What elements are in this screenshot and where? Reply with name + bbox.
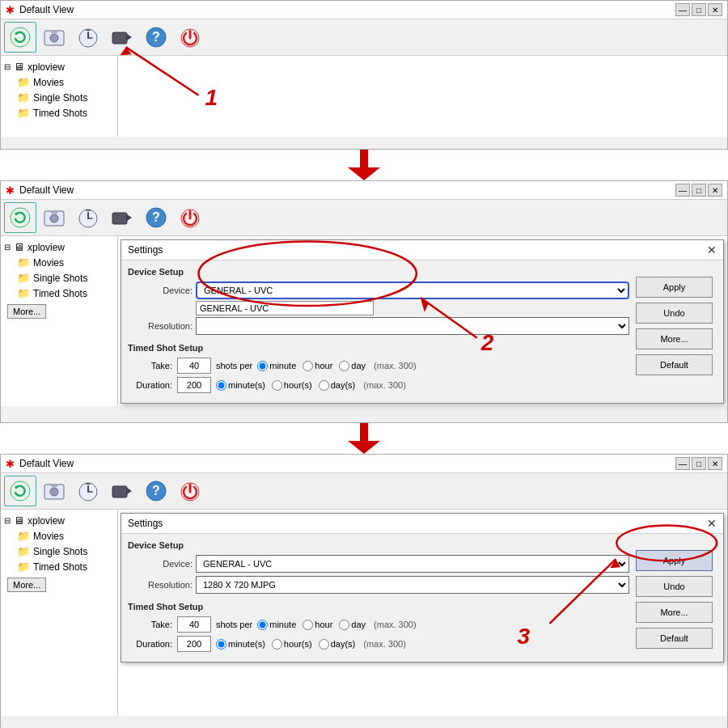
radio-day-2[interactable]: day (339, 361, 366, 371)
minimize-btn-3[interactable]: — (675, 457, 690, 470)
svg-marker-40 (348, 441, 380, 454)
svg-rect-9 (112, 32, 127, 44)
close-btn-2[interactable]: ✕ (708, 184, 722, 197)
settings-dialog-2: Settings ✕ Device Setup Device: GENERAL … (121, 239, 724, 404)
apply-btn-2[interactable]: Apply (636, 277, 713, 298)
root-label-2[interactable]: xploview (28, 242, 65, 253)
more-btn-3[interactable]: More... (7, 578, 46, 592)
toolbar-clock-3[interactable] (72, 476, 104, 506)
maximize-btn-1[interactable]: □ (692, 3, 706, 16)
radio-hours-3[interactable]: hour(s) (272, 639, 312, 650)
toolbar-refresh-3[interactable] (4, 476, 36, 506)
svg-rect-28 (86, 210, 91, 211)
undo-btn-2[interactable]: Undo (636, 303, 713, 324)
tree-root-1: ⊟ 🖥 xploview (1, 59, 117, 74)
undo-btn-3[interactable]: Undo (636, 576, 713, 597)
toolbar-help-1[interactable]: ? (140, 22, 172, 53)
duration-input-3[interactable] (177, 636, 211, 652)
resolution-select-3[interactable]: 1280 X 720 MJPG (196, 576, 629, 594)
take-input-3[interactable] (177, 616, 211, 633)
toolbar-help-2[interactable]: ? (140, 202, 172, 233)
radio-days-2[interactable]: day(s) (319, 380, 356, 391)
radio-minute-2[interactable]: minute (257, 361, 296, 371)
resolution-row-3: Resolution: 1280 X 720 MJPG (128, 576, 629, 594)
sidebar-3: ⊟ 🖥 xploview 📁 Movies 📁 Single Shots 📁 T… (1, 510, 118, 716)
between-arrow-1 (0, 150, 728, 180)
apply-btn-3[interactable]: Apply (636, 550, 713, 571)
radio-hour-3[interactable]: hour (303, 620, 332, 630)
close-btn-3[interactable]: ✕ (708, 457, 722, 470)
radio-days-3[interactable]: day(s) (319, 639, 356, 650)
svg-marker-51 (127, 488, 132, 494)
folder-icon-movies-2: 📁 (17, 256, 30, 269)
max-label-take-3: (max. 300) (374, 620, 417, 629)
default-btn-3[interactable]: Default (636, 628, 713, 649)
tree-item-timed-1[interactable]: 📁 Timed Shots (1, 105, 117, 121)
svg-marker-19 (348, 167, 380, 180)
expand-icon-1: ⊟ (4, 62, 11, 71)
root-label-3[interactable]: xploview (28, 515, 65, 527)
maximize-btn-2[interactable]: □ (692, 184, 706, 197)
tree-item-single-2[interactable]: 📁 Single Shots (1, 270, 117, 286)
folder-icon-movies-3: 📁 (17, 530, 30, 542)
toolbar-clock-1[interactable] (72, 22, 104, 53)
computer-icon-3: 🖥 (14, 514, 24, 527)
app-icon-3: ✱ (6, 458, 15, 470)
toolbar-power-3[interactable] (174, 476, 206, 506)
radio-minutes-2[interactable]: minute(s) (216, 380, 265, 391)
down-arrow-svg-2 (344, 423, 384, 454)
maximize-btn-3[interactable]: □ (692, 457, 706, 470)
more-settings-btn-3[interactable]: More... (636, 602, 713, 623)
toolbar-refresh-2[interactable] (4, 202, 36, 233)
toolbar-video-1[interactable] (106, 22, 138, 53)
duration-input-2[interactable] (177, 377, 211, 393)
radio-hours-2[interactable]: hour(s) (272, 380, 312, 391)
duration-label-2: Duration: (128, 380, 172, 390)
tree-item-movies-1[interactable]: 📁 Movies (1, 74, 117, 90)
toolbar-refresh-1[interactable] (4, 22, 36, 53)
toolbar-power-1[interactable] (174, 22, 206, 53)
dialog-close-3[interactable]: ✕ (707, 517, 717, 530)
toolbar-clock-2[interactable] (72, 202, 104, 233)
tree-item-timed-3[interactable]: 📁 Timed Shots (1, 559, 117, 574)
dialog-body-3: Device Setup Device: GENERAL - UVC Resol… (121, 534, 723, 662)
svg-marker-30 (127, 214, 132, 221)
radio-hour-2[interactable]: hour (303, 361, 332, 371)
tree-item-timed-2[interactable]: 📁 Timed Shots (1, 286, 117, 301)
more-btn-2[interactable]: More... (7, 304, 46, 319)
svg-text:?: ? (152, 484, 160, 497)
take-input-2[interactable] (177, 358, 211, 374)
toolbar-photo-2[interactable] (38, 202, 70, 233)
timed-section-2: Timed Shot Setup Take: shots per minute (128, 343, 629, 393)
svg-text:?: ? (152, 30, 160, 44)
toolbar-power-2[interactable] (174, 202, 206, 233)
toolbar-video-3[interactable] (106, 476, 138, 506)
radio-minute-3[interactable]: minute (257, 620, 296, 630)
radio-minutes-3[interactable]: minute(s) (216, 639, 265, 650)
radio-day-3[interactable]: day (339, 620, 366, 630)
default-btn-2[interactable]: Default (636, 354, 713, 375)
resolution-label-2: Resolution: (128, 321, 193, 331)
tree-item-single-1[interactable]: 📁 Single Shots (1, 90, 117, 105)
minimize-btn-1[interactable]: — (675, 3, 690, 16)
duration-radio-group-2: minute(s) hour(s) day(s) (216, 380, 355, 391)
root-label-1[interactable]: xploview (28, 61, 65, 73)
device-select-2[interactable]: GENERAL - UVC (196, 281, 629, 299)
max-label-dur-2: (max. 300) (363, 380, 406, 390)
window-panel-2: ✱ Default View — □ ✕ ? ⊟ (0, 180, 728, 423)
toolbar-video-2[interactable] (106, 202, 138, 233)
tree-item-movies-2[interactable]: 📁 Movies (1, 255, 117, 270)
toolbar-help-3[interactable]: ? (140, 476, 172, 506)
tree-item-single-3[interactable]: 📁 Single Shots (1, 544, 117, 559)
resolution-row-2: Resolution: (128, 317, 629, 335)
more-settings-btn-2[interactable]: More... (636, 328, 713, 349)
close-btn-1[interactable]: ✕ (708, 3, 722, 16)
device-select-3[interactable]: GENERAL - UVC (196, 555, 629, 573)
toolbar-photo-3[interactable] (38, 476, 70, 506)
tree-item-movies-3[interactable]: 📁 Movies (1, 528, 117, 544)
toolbar-photo-1[interactable] (38, 22, 70, 53)
svg-rect-39 (360, 423, 368, 441)
resolution-select-2[interactable] (196, 317, 629, 335)
minimize-btn-2[interactable]: — (675, 184, 690, 197)
dialog-close-2[interactable]: ✕ (707, 243, 717, 256)
